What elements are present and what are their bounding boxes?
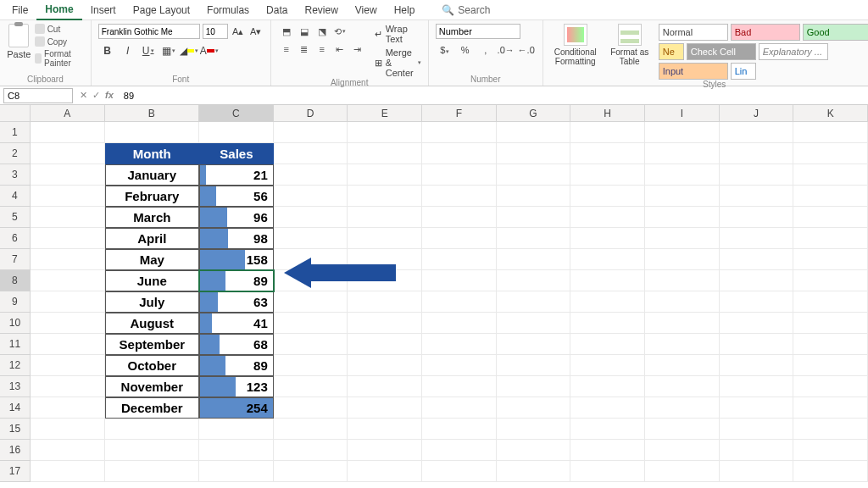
tab-insert[interactable]: Insert bbox=[82, 1, 125, 19]
number-format-select[interactable] bbox=[436, 24, 520, 39]
cell-K8[interactable] bbox=[793, 270, 868, 291]
font-color-button[interactable]: A bbox=[200, 42, 219, 59]
cell-J17[interactable] bbox=[720, 461, 794, 482]
cell-E9[interactable] bbox=[348, 291, 422, 313]
cell-G7[interactable] bbox=[497, 249, 571, 270]
style-check-cell[interactable]: Check Cell bbox=[687, 43, 756, 60]
cell-F14[interactable] bbox=[422, 397, 497, 419]
cell-J12[interactable] bbox=[720, 355, 794, 376]
align-middle-button[interactable]: ⬓ bbox=[296, 24, 313, 39]
style-good[interactable]: Good bbox=[803, 24, 868, 41]
cell-I3[interactable] bbox=[645, 164, 720, 186]
cell-A14[interactable] bbox=[31, 397, 105, 419]
increase-decimal-button[interactable]: .0→ bbox=[497, 42, 515, 58]
cell-D10[interactable] bbox=[274, 313, 348, 334]
cell-K6[interactable] bbox=[793, 228, 868, 249]
formula-input[interactable] bbox=[120, 89, 868, 103]
cell-E1[interactable] bbox=[348, 122, 422, 143]
cell-G1[interactable] bbox=[497, 122, 571, 143]
cell-G13[interactable] bbox=[497, 376, 571, 397]
cell-C2[interactable]: Sales bbox=[199, 143, 274, 164]
align-right-button[interactable]: ≡ bbox=[314, 42, 331, 57]
percent-button[interactable]: % bbox=[456, 42, 475, 58]
style-neutral[interactable]: Ne bbox=[659, 43, 684, 60]
cell-J16[interactable] bbox=[720, 440, 794, 461]
name-box[interactable] bbox=[3, 88, 73, 103]
tell-me-search[interactable]: 🔍 Search bbox=[433, 1, 498, 19]
cell-H17[interactable] bbox=[570, 461, 645, 482]
cell-B8[interactable]: June bbox=[105, 270, 200, 291]
cell-B16[interactable] bbox=[105, 440, 200, 461]
cell-K7[interactable] bbox=[793, 249, 868, 270]
cell-A12[interactable] bbox=[31, 355, 105, 376]
cell-G3[interactable] bbox=[497, 164, 571, 186]
cell-J1[interactable] bbox=[720, 122, 794, 143]
cell-B4[interactable]: February bbox=[105, 186, 200, 207]
cell-K2[interactable] bbox=[793, 143, 868, 164]
cell-J6[interactable] bbox=[720, 228, 794, 249]
cell-K4[interactable] bbox=[793, 186, 868, 207]
cell-C10[interactable]: 41 bbox=[199, 313, 274, 334]
cell-K1[interactable] bbox=[793, 122, 868, 143]
cell-C9[interactable]: 63 bbox=[199, 291, 274, 313]
wrap-text-button[interactable]: ↵Wrap Text bbox=[375, 24, 421, 44]
cell-G15[interactable] bbox=[497, 419, 571, 440]
cell-B12[interactable]: October bbox=[105, 355, 200, 376]
col-head-D[interactable]: D bbox=[274, 105, 348, 122]
cell-K11[interactable] bbox=[793, 334, 868, 355]
cell-A16[interactable] bbox=[31, 440, 105, 461]
col-head-J[interactable]: J bbox=[720, 105, 794, 122]
cell-F2[interactable] bbox=[422, 143, 497, 164]
cell-I9[interactable] bbox=[645, 291, 720, 313]
cell-B7[interactable]: May bbox=[105, 249, 200, 270]
cell-I2[interactable] bbox=[645, 143, 720, 164]
tab-review[interactable]: Review bbox=[296, 1, 346, 19]
cell-C8[interactable]: 89 bbox=[199, 270, 274, 291]
fx-icon[interactable]: fx bbox=[105, 90, 114, 101]
cell-G8[interactable] bbox=[497, 270, 571, 291]
align-bottom-button[interactable]: ⬔ bbox=[314, 24, 331, 39]
cell-J11[interactable] bbox=[720, 334, 794, 355]
cell-E2[interactable] bbox=[348, 143, 422, 164]
tab-home[interactable]: Home bbox=[36, 0, 81, 20]
cell-I4[interactable] bbox=[645, 186, 720, 207]
accounting-button[interactable]: $ bbox=[436, 42, 454, 58]
cell-C3[interactable]: 21 bbox=[199, 164, 274, 186]
cell-H6[interactable] bbox=[570, 228, 645, 249]
cell-K14[interactable] bbox=[793, 397, 868, 419]
cell-G16[interactable] bbox=[497, 440, 571, 461]
italic-button[interactable]: I bbox=[119, 42, 137, 59]
row-head-5[interactable]: 5 bbox=[0, 207, 31, 228]
cell-E5[interactable] bbox=[348, 207, 422, 228]
cell-F11[interactable] bbox=[422, 334, 497, 355]
col-head-F[interactable]: F bbox=[422, 105, 497, 122]
cell-A6[interactable] bbox=[31, 228, 105, 249]
cell-C16[interactable] bbox=[199, 440, 274, 461]
copy-button[interactable]: Copy bbox=[35, 36, 84, 47]
cell-B9[interactable]: July bbox=[105, 291, 200, 313]
cell-G5[interactable] bbox=[497, 207, 571, 228]
cell-H12[interactable] bbox=[570, 355, 645, 376]
cell-D5[interactable] bbox=[274, 207, 348, 228]
font-name-select[interactable] bbox=[98, 24, 200, 39]
align-left-button[interactable]: ≡ bbox=[278, 42, 295, 57]
cut-button[interactable]: Cut bbox=[35, 24, 84, 34]
tab-file[interactable]: File bbox=[3, 1, 36, 19]
cell-B3[interactable]: January bbox=[105, 164, 200, 186]
tab-help[interactable]: Help bbox=[386, 1, 424, 19]
style-bad[interactable]: Bad bbox=[731, 24, 800, 41]
align-center-button[interactable]: ≣ bbox=[296, 42, 313, 57]
cell-D9[interactable] bbox=[274, 291, 348, 313]
cell-H1[interactable] bbox=[570, 122, 645, 143]
paste-button[interactable]: Paste bbox=[7, 24, 31, 59]
cell-H8[interactable] bbox=[570, 270, 645, 291]
cell-F13[interactable] bbox=[422, 376, 497, 397]
cell-D17[interactable] bbox=[274, 461, 348, 482]
cell-F17[interactable] bbox=[422, 461, 497, 482]
col-head-B[interactable]: B bbox=[105, 105, 200, 122]
cell-J5[interactable] bbox=[720, 207, 794, 228]
format-painter-button[interactable]: Format Painter bbox=[35, 49, 84, 68]
cell-B11[interactable]: September bbox=[105, 334, 200, 355]
cell-C6[interactable]: 98 bbox=[199, 228, 274, 249]
cell-F1[interactable] bbox=[422, 122, 497, 143]
